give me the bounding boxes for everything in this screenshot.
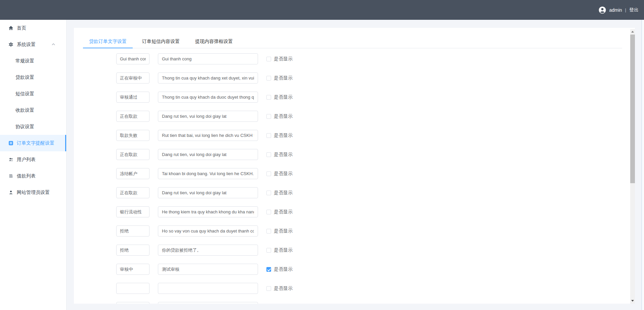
form-row: 是否显示 (116, 130, 293, 141)
status-label-input[interactable] (116, 130, 149, 141)
display-checkbox[interactable] (266, 191, 271, 195)
status-label-input[interactable] (116, 53, 149, 64)
form-row: 是否显示 (116, 149, 293, 160)
display-checkbox-label: 是否显示 (274, 247, 293, 253)
sidebar-item-label: 首页 (17, 25, 26, 31)
display-checkbox[interactable] (266, 248, 271, 253)
status-content-input[interactable] (158, 187, 258, 198)
scrollbar-up-arrow[interactable] (630, 29, 635, 34)
status-content-input[interactable] (158, 72, 258, 84)
window-scrollbar[interactable] (641, 20, 644, 310)
status-content-input[interactable] (158, 302, 258, 304)
display-checkbox[interactable] (266, 286, 271, 291)
display-checkbox[interactable] (266, 76, 271, 81)
display-checkbox-label: 是否显示 (274, 228, 293, 234)
sidebar-item-general-settings[interactable]: 常规设置 (0, 53, 66, 69)
status-content-input[interactable] (158, 283, 258, 294)
display-checkbox-label: 是否显示 (274, 171, 293, 177)
gear-icon (8, 42, 13, 47)
status-content-input[interactable] (158, 92, 258, 103)
display-checkbox[interactable] (266, 95, 271, 100)
sidebar-item-borrow-list[interactable]: 借款列表 (0, 168, 66, 184)
status-label-input[interactable] (116, 225, 149, 237)
form-row: 是否显示 (116, 168, 293, 179)
form-row: 是否显示 (116, 92, 293, 103)
admin-user-icon (8, 190, 13, 195)
sidebar-item-user-list[interactable]: 用户列表 (0, 151, 66, 168)
status-label-input[interactable] (116, 92, 149, 103)
form-row: 是否显示 (116, 111, 293, 122)
status-content-input[interactable] (158, 206, 258, 217)
status-label-input[interactable] (116, 245, 149, 256)
display-checkbox[interactable] (266, 114, 271, 119)
display-checkbox[interactable] (266, 152, 271, 157)
form-row: 是否显示 (116, 302, 293, 304)
display-checkbox-label: 是否显示 (274, 75, 293, 81)
display-checkbox-label: 是否显示 (274, 266, 293, 272)
sidebar-item-system-settings[interactable]: 系统设置 (0, 36, 66, 53)
sidebar-item-label: 常规设置 (15, 58, 34, 64)
status-content-input[interactable] (158, 149, 258, 160)
sidebar-item-label: 协议设置 (15, 124, 34, 130)
status-label-input[interactable] (116, 206, 149, 217)
sidebar: 首页 系统设置 常规设置 贷款设置 短信设置 收款设置 (0, 20, 67, 310)
sidebar-item-order-text-reminder[interactable]: 订单文字提醒设置 (0, 135, 66, 151)
form-row: 是否显示 (116, 283, 293, 294)
status-content-input[interactable] (158, 264, 258, 275)
sidebar-item-label: 收款设置 (15, 107, 34, 113)
status-label-input[interactable] (116, 111, 149, 122)
status-content-input[interactable] (158, 111, 258, 122)
status-content-input[interactable] (158, 168, 258, 179)
display-checkbox-label: 是否显示 (274, 56, 293, 62)
sidebar-item-payment-settings[interactable]: 收款设置 (0, 102, 66, 118)
display-checkbox-label: 是否显示 (274, 190, 293, 196)
display-checkbox-label: 是否显示 (274, 133, 293, 139)
status-label-input[interactable] (116, 168, 149, 179)
logout-link[interactable]: 登出 (629, 7, 639, 13)
display-checkbox[interactable] (266, 267, 271, 272)
form-row: 是否显示 (116, 225, 293, 237)
form-row: 是否显示 (116, 264, 293, 275)
status-label-input[interactable] (116, 302, 149, 304)
display-checkbox[interactable] (266, 229, 271, 234)
status-label-input[interactable] (116, 149, 149, 160)
status-label-input[interactable] (116, 283, 149, 294)
tab-order-sms-content[interactable]: 订单短信内容设置 (136, 35, 186, 48)
scrollbar-down-arrow[interactable] (630, 298, 635, 303)
header-divider: | (625, 7, 626, 12)
status-label-input[interactable] (116, 72, 149, 84)
display-checkbox-label: 是否显示 (274, 209, 293, 215)
status-content-input[interactable] (158, 245, 258, 256)
sidebar-item-agreement-settings[interactable]: 协议设置 (0, 118, 66, 135)
scrollbar-thumb[interactable] (630, 35, 635, 183)
document-icon (8, 141, 13, 146)
form-row: 是否显示 (116, 53, 293, 64)
status-label-input[interactable] (116, 187, 149, 198)
inner-scrollbar (630, 29, 635, 304)
avatar[interactable] (599, 6, 606, 14)
top-header-bar: admin | 登出 (0, 0, 644, 20)
sidebar-item-label: 贷款设置 (15, 74, 34, 81)
display-checkbox-label: 是否显示 (274, 286, 293, 292)
display-checkbox[interactable] (266, 171, 271, 176)
display-checkbox[interactable] (266, 210, 271, 214)
sidebar-item-home[interactable]: 首页 (0, 20, 66, 36)
sidebar-item-sms-settings[interactable]: 短信设置 (0, 86, 66, 102)
display-checkbox-label: 是否显示 (274, 94, 293, 100)
tab-withdraw-popup-content[interactable]: 提现内容弹框设置 (189, 35, 239, 48)
tab-loan-order-text[interactable]: 贷款订单文字设置 (83, 35, 133, 48)
display-checkbox-label: 是否显示 (274, 113, 293, 119)
chevron-up-icon (51, 42, 55, 47)
status-content-input[interactable] (158, 130, 258, 141)
home-icon (8, 25, 13, 31)
display-checkbox[interactable] (266, 133, 271, 138)
status-label-input[interactable] (116, 264, 149, 275)
status-content-input[interactable] (158, 53, 258, 64)
display-checkbox[interactable] (266, 57, 271, 61)
sidebar-item-loan-settings[interactable]: 贷款设置 (0, 69, 66, 86)
form-row: 是否显示 (116, 206, 293, 217)
user-area: admin | 登出 (599, 6, 639, 14)
sidebar-item-site-admin-settings[interactable]: 网站管理员设置 (0, 184, 66, 201)
users-icon (8, 157, 13, 162)
status-content-input[interactable] (158, 225, 258, 237)
